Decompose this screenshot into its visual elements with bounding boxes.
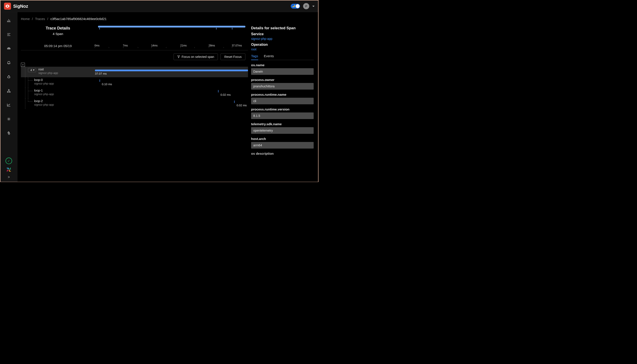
- svg-point-12: [7, 171, 8, 172]
- eye-icon: [5, 4, 10, 8]
- service-label: Service: [251, 32, 314, 36]
- child-count-toggle[interactable]: 4: [28, 68, 36, 72]
- tag-key-partial: os description: [251, 152, 314, 155]
- span-service: signoz-php-app: [34, 92, 54, 96]
- filter-icon: [177, 56, 180, 58]
- list-icon[interactable]: [5, 30, 13, 39]
- dashboard-icon[interactable]: [5, 44, 13, 53]
- tag-key: os.name: [251, 63, 314, 67]
- details-title: Details for selected Span: [251, 26, 314, 30]
- tag-row: process.runtime.name cli: [251, 93, 314, 104]
- reset-focus-button[interactable]: Reset Focus: [220, 54, 245, 60]
- tag-row: host.arch arm64: [251, 137, 314, 148]
- status-ok-icon[interactable]: ✓: [6, 158, 12, 164]
- svg-point-2: [9, 48, 9, 48]
- span-name: root: [38, 68, 58, 71]
- span-duration: 0.10 ms: [102, 82, 112, 86]
- svg-point-7: [10, 92, 10, 92]
- svg-point-4: [8, 76, 10, 78]
- span-service: signoz-php-app: [38, 71, 58, 74]
- axis-tick: 37.07ms: [232, 44, 242, 47]
- svg-point-9: [7, 168, 8, 168]
- tag-key: telemetry.sdk.name: [251, 122, 314, 126]
- axis-tick: 21ms: [180, 44, 187, 47]
- span-row[interactable]: loop-0 signoz-php-app 0.10 ms: [21, 77, 248, 88]
- span-row[interactable]: loop-2 signoz-php-app 0.02 ms: [21, 98, 248, 109]
- tag-key: process.runtime.version: [251, 108, 314, 111]
- time-axis: 0ms 7ms 14ms 21ms 28ms 37.07ms: [95, 44, 248, 48]
- plug-icon[interactable]: [5, 129, 13, 138]
- expand-all-button[interactable]: +: [21, 63, 25, 67]
- span-duration: 0.02 ms: [220, 93, 231, 96]
- svg-point-5: [8, 89, 9, 90]
- svg-point-3: [9, 48, 10, 49]
- user-avatar[interactable]: P: [303, 3, 309, 9]
- axis-tick: 0ms: [95, 44, 100, 47]
- breadcrumb-home[interactable]: Home: [21, 17, 30, 21]
- span-name: loop-0: [34, 78, 54, 82]
- breadcrumb: Home / Traces / c3f5ac1ab785af906824c469…: [21, 17, 314, 21]
- tag-row: process.owner pranshuchittora: [251, 78, 314, 90]
- trace-minimap[interactable]: [95, 25, 245, 30]
- axis-tick: 28ms: [209, 44, 215, 47]
- tag-value: cli: [251, 98, 314, 104]
- span-bar: [95, 70, 248, 71]
- svg-point-8: [8, 118, 10, 120]
- span-bar: [234, 100, 235, 103]
- span-bar: [218, 90, 218, 92]
- settings-icon[interactable]: [5, 115, 13, 124]
- tag-value: pranshuchittora: [251, 83, 314, 90]
- tag-key: host.arch: [251, 137, 314, 141]
- alert-icon[interactable]: [5, 58, 13, 67]
- service-link[interactable]: signoz-php-app: [251, 37, 314, 40]
- details-tabs: Tags Events: [251, 54, 314, 60]
- operation-label: Operation: [251, 43, 314, 47]
- span-row-root[interactable]: 4 root signoz-php-app 37.07 ms: [21, 67, 248, 77]
- tag-value: 8.1.5: [251, 112, 314, 119]
- moon-icon: 🌙: [292, 4, 295, 7]
- bug-icon[interactable]: [5, 72, 13, 81]
- svg-point-11: [10, 171, 11, 172]
- tag-value: opentelemetry: [251, 127, 314, 134]
- tag-value: arm64: [251, 142, 314, 148]
- trace-details-title: Trace Details: [21, 26, 95, 30]
- tab-events[interactable]: Events: [264, 54, 274, 60]
- tag-value: Darwin: [251, 68, 314, 75]
- app-header: SigNoz 🌙 P: [1, 0, 318, 12]
- chevron-down-icon: [33, 70, 35, 71]
- service-map-icon[interactable]: [5, 86, 13, 95]
- tab-tags[interactable]: Tags: [251, 54, 258, 60]
- slack-icon[interactable]: [7, 167, 11, 172]
- axis-tick: 7ms: [123, 44, 128, 47]
- theme-toggle[interactable]: 🌙: [291, 4, 300, 8]
- breadcrumb-traces[interactable]: Traces: [35, 17, 45, 21]
- line-chart-icon[interactable]: [5, 100, 13, 110]
- span-duration: 37.07 ms: [95, 72, 107, 75]
- tag-row: telemetry.sdk.name opentelemetry: [251, 122, 314, 134]
- breadcrumb-trace-id: c3f5ac1ab785af906824c469ee0c6d21: [51, 17, 107, 21]
- trace-span-count: 4 Span: [21, 32, 95, 36]
- span-name: loop-2: [34, 99, 54, 103]
- span-details-panel: Details for selected Span Service signoz…: [248, 25, 314, 180]
- span-bar: [100, 80, 100, 82]
- brand-logo: [4, 3, 11, 10]
- trace-timestamp: 05:09:14 pm 05/19: [21, 44, 95, 48]
- tag-key: process.owner: [251, 78, 314, 82]
- axis-tick: 14ms: [151, 44, 157, 47]
- user-menu-caret-icon[interactable]: [312, 6, 314, 7]
- sidebar-nav: ✓ >: [1, 12, 18, 182]
- span-row[interactable]: loop-1 signoz-php-app 0.02 ms: [21, 88, 248, 98]
- svg-point-0: [7, 6, 8, 6]
- brand: SigNoz: [4, 3, 28, 10]
- svg-point-10: [10, 168, 11, 168]
- bar-chart-icon[interactable]: [5, 16, 13, 25]
- tag-row: process.runtime.version 8.1.5: [251, 108, 314, 119]
- operation-link[interactable]: root: [251, 48, 314, 51]
- expand-sidebar-icon[interactable]: >: [8, 175, 10, 179]
- svg-point-6: [7, 92, 8, 92]
- span-duration: 0.02 ms: [237, 104, 247, 107]
- focus-selected-span-button[interactable]: Focus on selected span: [174, 54, 218, 60]
- span-service: signoz-php-app: [34, 82, 54, 85]
- span-name: loop-1: [34, 89, 54, 92]
- tag-row: os.name Darwin: [251, 63, 314, 75]
